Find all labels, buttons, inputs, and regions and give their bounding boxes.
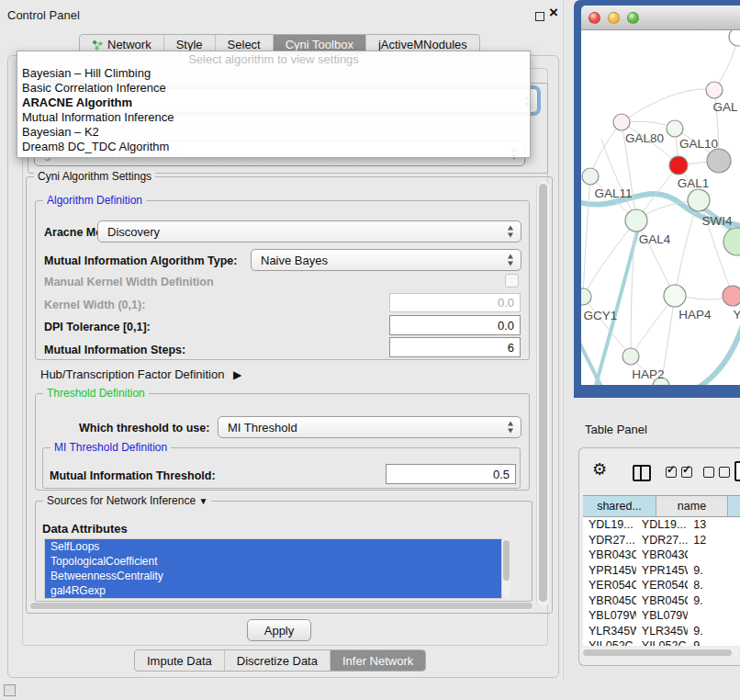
table-row[interactable]: YBR045CYBR045C9. xyxy=(583,593,740,609)
table-cell: YDR27... xyxy=(583,533,636,548)
column-selector-icon[interactable] xyxy=(633,465,651,481)
select-all-checkbox-icon[interactable] xyxy=(666,467,677,478)
attributes-vertical-scrollbar[interactable] xyxy=(501,538,510,597)
table-horizontal-scrollbar[interactable] xyxy=(581,648,739,657)
network-view-window: GALGAL80GAL10GAL1GAL11SWI4GAL4GCY1HAP4YH… xyxy=(574,0,740,398)
network-node-label: GCY1 xyxy=(584,309,618,322)
tab-label: Cyni Toolbox xyxy=(286,38,353,51)
network-node[interactable] xyxy=(723,228,740,255)
table-cell: YPR145W xyxy=(583,563,636,579)
kernel-width-label: Kernel Width (0,1): xyxy=(44,299,145,311)
settings-vertical-scrollbar[interactable] xyxy=(536,181,549,606)
select-all-checkbox-icon[interactable] xyxy=(681,467,692,478)
attribute-item-gal4rgexp[interactable]: gal4RGexp xyxy=(45,583,501,598)
table-body: YDL19...YDL19...13YDR27...YDR27...12YBR0… xyxy=(583,517,740,646)
network-node-label: GAL4 xyxy=(639,232,671,246)
tab-label: jActiveMNodules xyxy=(378,38,467,51)
network-node[interactable] xyxy=(707,149,731,173)
attribute-item-topologicalcoefficient[interactable]: TopologicalCoefficient xyxy=(45,554,501,569)
network-canvas[interactable]: GALGAL80GAL10GAL1GAL11SWI4GAL4GCY1HAP4YH… xyxy=(581,30,740,385)
network-edge[interactable] xyxy=(601,139,636,220)
network-node[interactable] xyxy=(669,156,688,175)
table-cell: 13 xyxy=(688,517,740,533)
mi-steps-field[interactable]: 6 xyxy=(389,337,521,357)
algorithm-option-aracne-algorithm[interactable]: ARACNE Algorithm xyxy=(17,96,530,110)
bottom-tab-impute-data[interactable]: Impute Data xyxy=(135,650,225,671)
deselect-all-checkbox-icon[interactable] xyxy=(719,467,730,478)
table-cell: 9. xyxy=(688,593,740,609)
close-traffic-light-icon[interactable] xyxy=(589,12,600,24)
algorithm-option-bayesian-k2[interactable]: Bayesian – K2 xyxy=(17,125,530,140)
bottom-tab-discretize-data[interactable]: Discretize Data xyxy=(225,650,331,671)
dpi-tolerance-field[interactable]: 0.0 xyxy=(389,315,521,335)
network-edge[interactable] xyxy=(581,335,603,385)
network-edge[interactable] xyxy=(583,176,590,297)
apply-button[interactable]: Apply xyxy=(247,619,311,641)
column-header-shared[interactable]: shared... xyxy=(583,496,656,516)
network-window-titlebar[interactable] xyxy=(581,6,740,30)
collapse-down-icon[interactable]: ▼ xyxy=(198,496,207,506)
settings-scrollbar-thumb[interactable] xyxy=(539,184,547,602)
mi-algorithm-type-combo[interactable]: Naive Bayes xyxy=(251,249,521,271)
attribute-item-betweennesscentrality[interactable]: BetweennessCentrality xyxy=(45,569,501,583)
algorithm-option-bayesian-hill-climbing[interactable]: Bayesian – Hill Climbing xyxy=(17,66,530,81)
algorithm-option-basic-correlation-inference[interactable]: Basic Correlation Inference xyxy=(17,81,530,96)
close-icon[interactable]: × xyxy=(549,5,558,20)
table-row[interactable]: YDR27...YDR27...12 xyxy=(583,533,740,548)
zoom-traffic-light-icon[interactable] xyxy=(627,12,639,24)
algorithm-option-mutual-information-inference[interactable]: Mutual Information Inference xyxy=(17,110,530,125)
data-attributes-list: SelfLoopsTopologicalCoefficientBetweenne… xyxy=(44,538,502,599)
network-node[interactable] xyxy=(667,120,683,137)
network-node[interactable] xyxy=(729,30,740,46)
table-row[interactable]: YDL19...YDL19...13 xyxy=(583,517,740,533)
attribute-item-selfloops[interactable]: SelfLoops xyxy=(45,539,501,554)
tab-label: Select xyxy=(228,38,261,51)
network-node[interactable] xyxy=(688,189,710,211)
kernel-width-field[interactable]: 0.0 xyxy=(389,293,521,312)
table-row[interactable]: YER054CYER054C8. xyxy=(583,578,740,593)
table-row[interactable]: YPR145WYPR145W9. xyxy=(583,563,740,579)
network-node[interactable] xyxy=(613,114,630,130)
manual-kernel-width-checkbox[interactable] xyxy=(505,274,519,288)
table-row[interactable]: YBR043CYBR043C xyxy=(583,548,740,563)
network-edge[interactable] xyxy=(590,122,622,176)
mi-algorithm-type-value: Naive Bayes xyxy=(261,254,328,267)
attributes-scrollbar-thumb[interactable] xyxy=(503,540,510,581)
export-table-document-icon[interactable] xyxy=(734,461,740,481)
column-header-a[interactable]: A xyxy=(728,496,740,516)
minimize-traffic-light-icon[interactable] xyxy=(608,12,620,24)
hub-definition-toggle[interactable]: Hub/Transcription Factor Definition ▶ xyxy=(40,367,236,381)
settings-hscrollbar-thumb[interactable] xyxy=(30,603,533,609)
settings-horizontal-scrollbar[interactable] xyxy=(28,602,534,610)
network-node[interactable] xyxy=(581,288,591,305)
table-cell: YIL052C xyxy=(583,638,636,646)
network-edge[interactable] xyxy=(583,220,636,297)
table-row[interactable]: YBL079WYBL079W xyxy=(583,608,740,624)
deselect-all-checkbox-icon[interactable] xyxy=(703,467,714,478)
mi-steps-label: Mutual Information Steps: xyxy=(44,344,185,356)
algorithm-option-dream8-dc-tdc-algorithm[interactable]: Dream8 DC_TDC Algorithm xyxy=(17,140,530,154)
network-node[interactable] xyxy=(706,82,723,98)
which-threshold-combo[interactable]: MI Threshold xyxy=(218,416,521,438)
table-row[interactable]: YLR345WYLR345W9. xyxy=(583,624,740,639)
column-header-name[interactable]: name xyxy=(656,496,728,516)
float-window-icon[interactable] xyxy=(535,12,544,21)
network-edge[interactable] xyxy=(685,297,724,299)
control-panel: Control Panel × NetworkStyleSelectCyni T… xyxy=(0,0,564,681)
network-node[interactable] xyxy=(723,286,740,306)
network-node[interactable] xyxy=(664,285,686,307)
panel-grip-icon[interactable] xyxy=(4,684,16,696)
table-cell: YPR145W xyxy=(636,563,688,579)
aracne-mode-combo[interactable]: Discovery xyxy=(97,220,521,243)
table-hscrollbar-thumb[interactable] xyxy=(583,649,732,656)
network-node[interactable] xyxy=(582,168,599,185)
network-node[interactable] xyxy=(622,348,639,365)
table-panel: ⚙ shared...nameA YDL19...YDL19...13YDR27… xyxy=(578,447,740,666)
network-edge[interactable] xyxy=(622,89,714,122)
table-settings-gear-icon[interactable]: ⚙ xyxy=(592,461,607,478)
table-row[interactable]: YIL052CYIL052C9. xyxy=(583,638,740,646)
mi-threshold-field[interactable]: 0.5 xyxy=(386,464,516,484)
combo-stepper-icon xyxy=(508,254,514,266)
network-node[interactable] xyxy=(625,209,647,231)
bottom-tab-infer-network[interactable]: Infer Network xyxy=(331,650,425,671)
